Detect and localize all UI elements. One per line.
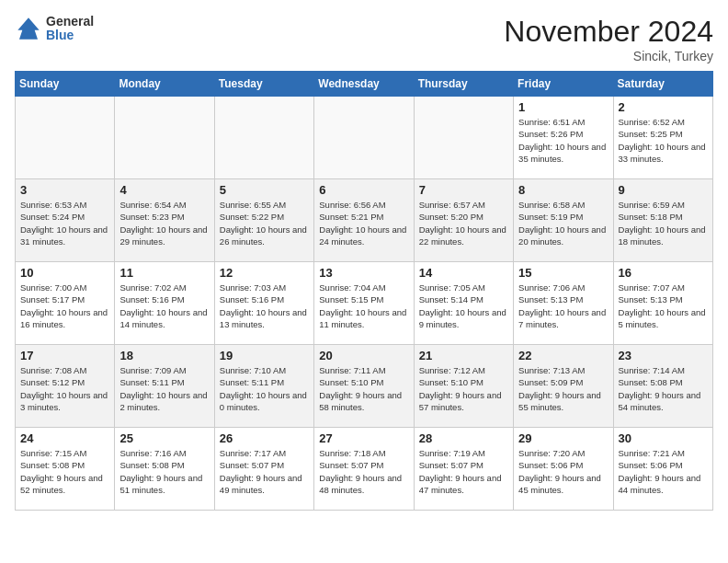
day-info: Sunrise: 6:59 AM Sunset: 5:18 PM Dayligh… bbox=[619, 199, 708, 247]
page-header: General Blue November 2024 Sincik, Turke… bbox=[15, 15, 713, 63]
day-info: Sunrise: 6:56 AM Sunset: 5:21 PM Dayligh… bbox=[319, 199, 408, 247]
calendar-row: 1Sunrise: 6:51 AM Sunset: 5:26 PM Daylig… bbox=[16, 97, 713, 179]
day-info: Sunrise: 7:03 AM Sunset: 5:16 PM Dayligh… bbox=[220, 282, 309, 330]
day-info: Sunrise: 7:18 AM Sunset: 5:07 PM Dayligh… bbox=[319, 447, 408, 496]
day-number: 13 bbox=[319, 266, 408, 280]
day-number: 15 bbox=[518, 266, 608, 280]
calendar-cell: 22Sunrise: 7:13 AM Sunset: 5:09 PM Dayli… bbox=[514, 345, 613, 428]
title-block: November 2024 Sincik, Turkey bbox=[504, 15, 713, 63]
day-info: Sunrise: 7:13 AM Sunset: 5:09 PM Dayligh… bbox=[518, 364, 608, 413]
day-info: Sunrise: 7:17 AM Sunset: 5:07 PM Dayligh… bbox=[220, 447, 309, 496]
day-info: Sunrise: 6:58 AM Sunset: 5:19 PM Dayligh… bbox=[518, 199, 608, 247]
calendar-cell: 18Sunrise: 7:09 AM Sunset: 5:11 PM Dayli… bbox=[115, 345, 214, 428]
day-number: 1 bbox=[518, 100, 608, 114]
calendar-cell bbox=[414, 97, 513, 179]
day-number: 6 bbox=[319, 183, 408, 197]
day-info: Sunrise: 7:15 AM Sunset: 5:08 PM Dayligh… bbox=[20, 447, 109, 496]
calendar-row: 17Sunrise: 7:08 AM Sunset: 5:12 PM Dayli… bbox=[16, 345, 713, 428]
day-number: 25 bbox=[119, 431, 209, 445]
day-info: Sunrise: 7:09 AM Sunset: 5:11 PM Dayligh… bbox=[119, 364, 209, 413]
calendar-cell bbox=[214, 97, 313, 179]
day-info: Sunrise: 7:12 AM Sunset: 5:10 PM Dayligh… bbox=[419, 364, 508, 413]
day-info: Sunrise: 7:10 AM Sunset: 5:11 PM Dayligh… bbox=[220, 364, 309, 413]
calendar-cell: 12Sunrise: 7:03 AM Sunset: 5:16 PM Dayli… bbox=[214, 262, 313, 345]
logo-general: General bbox=[46, 15, 94, 29]
calendar-cell: 13Sunrise: 7:04 AM Sunset: 5:15 PM Dayli… bbox=[314, 262, 414, 345]
calendar-row: 3Sunrise: 6:53 AM Sunset: 5:24 PM Daylig… bbox=[16, 179, 713, 262]
day-number: 5 bbox=[220, 183, 309, 197]
header-day: Friday bbox=[514, 72, 613, 97]
calendar-cell: 8Sunrise: 6:58 AM Sunset: 5:19 PM Daylig… bbox=[514, 179, 613, 262]
calendar-body: 1Sunrise: 6:51 AM Sunset: 5:26 PM Daylig… bbox=[16, 97, 713, 511]
day-number: 21 bbox=[419, 349, 508, 362]
day-info: Sunrise: 7:16 AM Sunset: 5:08 PM Dayligh… bbox=[119, 447, 209, 496]
calendar-row: 24Sunrise: 7:15 AM Sunset: 5:08 PM Dayli… bbox=[16, 428, 713, 511]
day-number: 23 bbox=[619, 349, 708, 362]
calendar-cell: 24Sunrise: 7:15 AM Sunset: 5:08 PM Dayli… bbox=[16, 428, 115, 511]
calendar-header: SundayMondayTuesdayWednesdayThursdayFrid… bbox=[16, 72, 713, 97]
calendar-table: SundayMondayTuesdayWednesdayThursdayFrid… bbox=[15, 71, 713, 511]
day-number: 20 bbox=[319, 349, 408, 362]
day-info: Sunrise: 7:00 AM Sunset: 5:17 PM Dayligh… bbox=[20, 282, 109, 330]
header-day: Tuesday bbox=[214, 72, 313, 97]
header-row: SundayMondayTuesdayWednesdayThursdayFrid… bbox=[16, 72, 713, 97]
calendar-cell: 17Sunrise: 7:08 AM Sunset: 5:12 PM Dayli… bbox=[16, 345, 115, 428]
day-number: 29 bbox=[518, 431, 608, 445]
calendar-row: 10Sunrise: 7:00 AM Sunset: 5:17 PM Dayli… bbox=[16, 262, 713, 345]
logo-text: General Blue bbox=[46, 15, 94, 43]
header-day: Wednesday bbox=[314, 72, 414, 97]
day-info: Sunrise: 6:52 AM Sunset: 5:25 PM Dayligh… bbox=[619, 116, 708, 165]
calendar-cell: 28Sunrise: 7:19 AM Sunset: 5:07 PM Dayli… bbox=[414, 428, 513, 511]
day-number: 16 bbox=[619, 266, 708, 280]
day-number: 26 bbox=[220, 431, 309, 445]
calendar-cell: 26Sunrise: 7:17 AM Sunset: 5:07 PM Dayli… bbox=[214, 428, 313, 511]
calendar-cell: 30Sunrise: 7:21 AM Sunset: 5:06 PM Dayli… bbox=[613, 428, 712, 511]
header-day: Thursday bbox=[414, 72, 513, 97]
calendar-cell: 4Sunrise: 6:54 AM Sunset: 5:23 PM Daylig… bbox=[115, 179, 214, 262]
day-number: 4 bbox=[119, 183, 209, 197]
day-number: 24 bbox=[20, 431, 109, 445]
month-title: November 2024 bbox=[504, 15, 713, 49]
day-number: 10 bbox=[20, 266, 109, 280]
calendar-cell: 23Sunrise: 7:14 AM Sunset: 5:08 PM Dayli… bbox=[613, 345, 712, 428]
calendar-cell: 1Sunrise: 6:51 AM Sunset: 5:26 PM Daylig… bbox=[514, 97, 613, 179]
day-number: 14 bbox=[419, 266, 508, 280]
calendar-cell: 14Sunrise: 7:05 AM Sunset: 5:14 PM Dayli… bbox=[414, 262, 513, 345]
day-number: 11 bbox=[119, 266, 209, 280]
day-info: Sunrise: 7:07 AM Sunset: 5:13 PM Dayligh… bbox=[619, 282, 708, 330]
logo: General Blue bbox=[15, 15, 94, 43]
day-number: 12 bbox=[220, 266, 309, 280]
day-info: Sunrise: 6:51 AM Sunset: 5:26 PM Dayligh… bbox=[518, 116, 608, 165]
calendar-cell: 5Sunrise: 6:55 AM Sunset: 5:22 PM Daylig… bbox=[214, 179, 313, 262]
calendar-cell: 7Sunrise: 6:57 AM Sunset: 5:20 PM Daylig… bbox=[414, 179, 513, 262]
day-info: Sunrise: 7:04 AM Sunset: 5:15 PM Dayligh… bbox=[319, 282, 408, 330]
calendar-cell bbox=[115, 97, 214, 179]
day-info: Sunrise: 7:02 AM Sunset: 5:16 PM Dayligh… bbox=[119, 282, 209, 330]
calendar-cell: 21Sunrise: 7:12 AM Sunset: 5:10 PM Dayli… bbox=[414, 345, 513, 428]
day-info: Sunrise: 6:55 AM Sunset: 5:22 PM Dayligh… bbox=[220, 199, 309, 247]
day-info: Sunrise: 7:21 AM Sunset: 5:06 PM Dayligh… bbox=[619, 447, 708, 496]
day-number: 8 bbox=[518, 183, 608, 197]
logo-icon bbox=[15, 15, 42, 42]
day-info: Sunrise: 7:19 AM Sunset: 5:07 PM Dayligh… bbox=[419, 447, 508, 496]
header-day: Saturday bbox=[613, 72, 712, 97]
calendar-cell: 9Sunrise: 6:59 AM Sunset: 5:18 PM Daylig… bbox=[613, 179, 712, 262]
calendar-cell: 25Sunrise: 7:16 AM Sunset: 5:08 PM Dayli… bbox=[115, 428, 214, 511]
day-number: 7 bbox=[419, 183, 508, 197]
day-info: Sunrise: 6:54 AM Sunset: 5:23 PM Dayligh… bbox=[119, 199, 209, 247]
svg-marker-0 bbox=[17, 18, 39, 40]
day-info: Sunrise: 7:06 AM Sunset: 5:13 PM Dayligh… bbox=[518, 282, 608, 330]
header-day: Monday bbox=[115, 72, 214, 97]
logo-blue: Blue bbox=[46, 29, 94, 42]
day-number: 9 bbox=[619, 183, 708, 197]
day-info: Sunrise: 7:11 AM Sunset: 5:10 PM Dayligh… bbox=[319, 364, 408, 413]
calendar-cell bbox=[314, 97, 414, 179]
calendar-cell: 16Sunrise: 7:07 AM Sunset: 5:13 PM Dayli… bbox=[613, 262, 712, 345]
day-info: Sunrise: 6:57 AM Sunset: 5:20 PM Dayligh… bbox=[419, 199, 508, 247]
day-number: 2 bbox=[619, 100, 708, 114]
day-number: 17 bbox=[20, 349, 109, 362]
day-info: Sunrise: 7:08 AM Sunset: 5:12 PM Dayligh… bbox=[20, 364, 109, 413]
day-number: 19 bbox=[220, 349, 309, 362]
header-day: Sunday bbox=[16, 72, 115, 97]
calendar-cell: 20Sunrise: 7:11 AM Sunset: 5:10 PM Dayli… bbox=[314, 345, 414, 428]
